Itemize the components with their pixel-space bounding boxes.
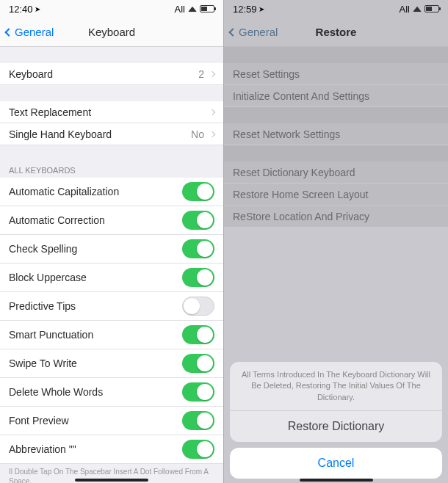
toggle-row[interactable]: Block Uppercase (0, 264, 223, 292)
restore-list: Reset Settings Initialize Content And Se… (224, 47, 448, 228)
toggle-switch[interactable] (182, 411, 214, 430)
status-carrier: All (400, 4, 410, 15)
action-sheet: All Terms Introduced In The Keyboard Dic… (230, 362, 442, 479)
restore-home-row[interactable]: Restore Home Screen Layout (224, 184, 448, 206)
row-label: Check Spelling (9, 243, 77, 255)
all-keyboards-header: ALL KEYBOARDS (0, 161, 223, 178)
sheet-message: All Terms Introduced In The Keyboard Dic… (230, 362, 442, 411)
chevron-right-icon (209, 70, 215, 76)
keyboards-row[interactable]: Keyboard 2 (0, 63, 223, 85)
back-button[interactable]: General (230, 26, 278, 38)
home-indicator[interactable] (75, 479, 148, 482)
row-label: Automatic Capitalization (9, 186, 119, 197)
row-label: Initialize Content And Settings (233, 90, 369, 102)
row-label: Reset Settings (233, 68, 300, 80)
screenshot-restore-sheet: 12:59 ➤ All General Restore Reset Settin… (224, 0, 448, 483)
status-bar: 12:59 ➤ All (224, 0, 448, 18)
row-label: ReStore Location And Privacy (233, 211, 369, 222)
back-button[interactable]: General (6, 26, 54, 38)
toggle-row[interactable]: Abbreviation "" (0, 435, 223, 464)
status-bar: 12:40 ➤ All (0, 0, 223, 18)
nav-bar: General Keyboard (0, 18, 223, 47)
status-carrier: All (175, 4, 185, 15)
initialize-content-row[interactable]: Initialize Content And Settings (224, 85, 448, 107)
toggle-switch[interactable] (182, 297, 214, 316)
toggle-switch[interactable] (182, 182, 214, 201)
home-indicator[interactable] (300, 479, 373, 482)
row-label: Reset Network Settings (233, 128, 340, 140)
row-label: Restore Home Screen Layout (233, 189, 368, 200)
nav-title: Keyboard (88, 26, 135, 38)
row-label: Swipe To Write (9, 357, 77, 369)
status-time: 12:59 (233, 4, 257, 15)
chevron-left-icon (228, 28, 236, 36)
row-label: Reset Dictionary Keyboard (233, 167, 355, 178)
restore-dictionary-button[interactable]: Restore Dictionary (230, 411, 442, 442)
reset-settings-row[interactable]: Reset Settings (224, 63, 448, 85)
row-label: Abbreviation "" (9, 443, 76, 455)
chevron-right-icon (209, 131, 215, 137)
row-label: Smart Punctuation (9, 329, 93, 341)
nav-title: Restore (316, 26, 357, 38)
toggle-row[interactable]: Check Spelling (0, 235, 223, 264)
screenshot-keyboard-settings: 12:40 ➤ All General Keyboard Keyboard 2 … (0, 0, 224, 483)
row-label: Predictive Tips (9, 300, 76, 312)
battery-icon (200, 5, 214, 12)
toggle-switch[interactable] (182, 211, 214, 230)
toggle-row[interactable]: Delete Whole Words (0, 378, 223, 407)
row-label: Keyboard (9, 68, 53, 80)
toggle-row[interactable]: Swipe To Write (0, 349, 223, 378)
wifi-icon (188, 6, 197, 12)
row-label: Block Uppercase (9, 272, 87, 283)
row-value: No (191, 128, 204, 140)
location-icon: ➤ (259, 5, 264, 13)
toggle-switch[interactable] (182, 268, 214, 287)
back-label: General (239, 26, 278, 38)
toggle-row[interactable]: Font Preview (0, 407, 223, 435)
location-icon: ➤ (35, 5, 40, 13)
row-label: Delete Whole Words (9, 386, 103, 398)
restore-location-row[interactable]: ReStore Location And Privacy (224, 206, 448, 228)
row-label: Text Replacement (9, 106, 91, 118)
toggle-row[interactable]: Automatic Correction (0, 206, 223, 235)
toggle-row[interactable]: Automatic Capitalization (0, 178, 223, 206)
row-label: Single Hand Keyboard (9, 128, 112, 140)
single-hand-keyboard-row[interactable]: Single Hand Keyboard No (0, 123, 223, 145)
toggle-switch[interactable] (182, 325, 214, 344)
toggle-switch[interactable] (182, 382, 214, 402)
reset-dictionary-row[interactable]: Reset Dictionary Keyboard (224, 161, 448, 184)
row-value: 2 (198, 68, 204, 80)
wifi-icon (413, 6, 422, 12)
toggle-switch[interactable] (182, 354, 214, 373)
row-label: Font Preview (9, 415, 69, 426)
settings-list: Keyboard 2 Text Replacement Single Hand … (0, 47, 223, 483)
toggle-row[interactable]: Predictive Tips (0, 292, 223, 321)
toggle-switch[interactable] (182, 239, 214, 258)
row-label: Automatic Correction (9, 214, 105, 226)
back-label: General (15, 26, 54, 38)
cancel-button[interactable]: Cancel (230, 448, 442, 479)
text-replacement-row[interactable]: Text Replacement (0, 101, 223, 123)
toggle-row[interactable]: Smart Punctuation (0, 321, 223, 349)
battery-icon (424, 5, 439, 12)
nav-bar: General Restore (224, 18, 448, 47)
reset-network-row[interactable]: Reset Network Settings (224, 123, 448, 145)
chevron-right-icon (209, 109, 215, 115)
chevron-left-icon (4, 28, 12, 36)
toggle-switch[interactable] (182, 440, 214, 459)
status-time: 12:40 (9, 4, 33, 15)
